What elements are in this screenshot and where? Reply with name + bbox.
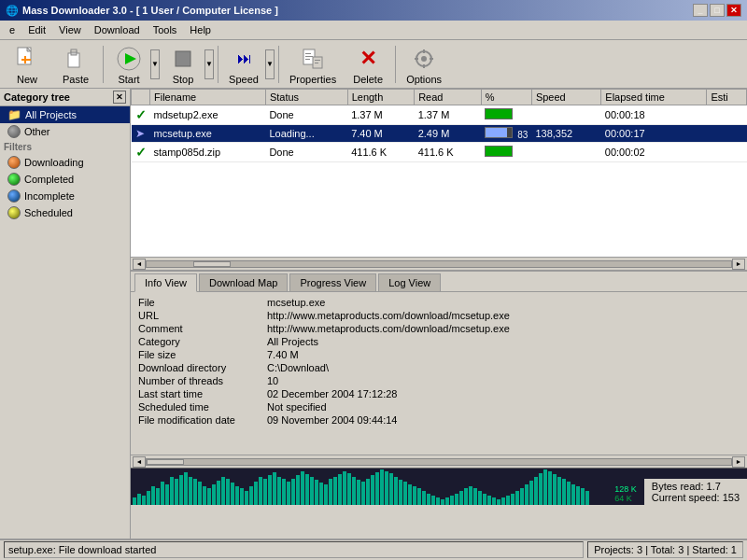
sidebar-close-button[interactable]: ✕ <box>113 91 126 104</box>
col-filename[interactable]: Filename <box>150 90 266 105</box>
bottom-scrollbar[interactable]: ◄ ► <box>131 455 747 468</box>
row1-speed <box>531 105 600 125</box>
sidebar-item-other[interactable]: Other <box>0 123 130 140</box>
globe-icon-completed <box>7 173 21 186</box>
start-dropdown[interactable]: ▼ <box>150 49 160 79</box>
scrollbar-track-bottom[interactable] <box>146 458 732 466</box>
col-percent[interactable]: % <box>481 90 531 105</box>
stop-dropdown[interactable]: ▼ <box>204 49 214 79</box>
col-status[interactable]: Status <box>265 90 347 105</box>
graph-bar <box>147 491 150 505</box>
list-scrollbar[interactable]: ◄ ► <box>131 257 747 270</box>
menu-file[interactable]: e <box>4 22 21 37</box>
graph-bar <box>567 482 571 505</box>
start-icon <box>114 44 144 74</box>
speed-button[interactable]: ⏭ Speed <box>222 41 265 88</box>
titlebar-title: Mass Downloader 3.0 - [ 1 User / Compute… <box>22 5 278 16</box>
graph-bar <box>431 496 435 505</box>
tab-info-view[interactable]: Info View <box>134 273 197 292</box>
scrollbar-right-arrow[interactable]: ► <box>732 259 745 270</box>
graph-bar <box>137 494 141 505</box>
menu-view[interactable]: View <box>53 22 87 37</box>
row3-status: Done <box>265 143 347 162</box>
separator-1 <box>103 46 104 83</box>
tab-log-view[interactable]: Log View <box>378 273 441 291</box>
row1-estimate <box>707 105 747 125</box>
col-read[interactable]: Read <box>415 90 482 105</box>
properties-label: Properties <box>289 74 336 85</box>
paste-button[interactable]: Paste <box>52 41 99 88</box>
titlebar-controls[interactable]: _ □ ✕ <box>693 4 741 17</box>
separator-2 <box>218 46 218 83</box>
graph-bar <box>282 479 286 505</box>
svg-rect-13 <box>305 59 310 60</box>
info-label-scheduled: Scheduled time <box>138 401 260 413</box>
graph-bar <box>207 488 211 505</box>
graph-bar <box>291 479 295 505</box>
graph-bar <box>571 484 575 505</box>
statusbar-message: setup.exe: File download started <box>4 541 584 558</box>
table-row[interactable]: ✓ stamp085d.zip Done 411.6 K 411.6 K 00:… <box>132 143 747 162</box>
sidebar-item-completed[interactable]: Completed <box>0 171 130 188</box>
close-button[interactable]: ✕ <box>726 4 741 17</box>
tab-download-map[interactable]: Download Map <box>199 273 288 291</box>
graph-bar <box>231 483 234 505</box>
sidebar-title: Category tree <box>4 91 70 103</box>
graph-bar <box>249 486 253 505</box>
graph-bar <box>520 488 524 505</box>
scrollbar-thumb-bottom[interactable] <box>147 459 184 465</box>
maximize-button[interactable]: □ <box>710 4 725 17</box>
col-length[interactable]: Length <box>347 90 415 105</box>
options-button[interactable]: Options <box>400 41 448 88</box>
minimize-button[interactable]: _ <box>693 4 708 17</box>
content-area: Filename Status Length Read % Speed Elap… <box>131 89 747 539</box>
graph-area: 128 K 64 K Bytes read: 1.7 Current speed… <box>131 468 747 505</box>
separator-3 <box>278 46 279 83</box>
row2-read: 2.49 M <box>415 125 482 143</box>
tab-progress-view[interactable]: Progress View <box>289 273 376 291</box>
file-list[interactable]: Filename Status Length Read % Speed Elap… <box>131 89 747 257</box>
sidebar-item-incomplete[interactable]: Incomplete <box>0 188 130 204</box>
graph-bar <box>347 473 351 505</box>
scrollbar-left-arrow[interactable]: ◄ <box>133 259 146 270</box>
scrollbar-track[interactable] <box>146 260 732 268</box>
row1-elapsed: 00:00:18 <box>601 105 707 125</box>
menu-edit[interactable]: Edit <box>22 22 51 37</box>
graph-bar <box>296 475 300 505</box>
col-elapsed[interactable]: Elapsed time <box>601 90 707 105</box>
col-speed[interactable]: Speed <box>531 90 600 105</box>
new-button[interactable]: New <box>4 41 50 88</box>
menu-download[interactable]: Download <box>89 22 146 37</box>
properties-button[interactable]: Properties <box>283 41 343 88</box>
bytes-read-row: Bytes read: 1.7 <box>652 481 740 492</box>
scrollbar-thumb[interactable] <box>193 261 231 267</box>
graph-bar <box>394 477 398 505</box>
delete-button[interactable]: ✕ Delete <box>345 41 391 88</box>
row3-estimate <box>707 143 747 162</box>
stop-button[interactable]: Stop <box>162 41 204 88</box>
sidebar-item-scheduled[interactable]: Scheduled <box>0 204 130 221</box>
menu-tools[interactable]: Tools <box>148 22 183 37</box>
table-row[interactable]: ➤ mcsetup.exe Loading... 7.40 M 2.49 M 8… <box>132 125 747 143</box>
graph-bar <box>343 471 346 505</box>
scrollbar-right-arrow-bottom[interactable]: ► <box>732 456 745 468</box>
info-value-directory: C:\Download\ <box>267 362 329 373</box>
sidebar-item-downloading[interactable]: Downloading <box>0 154 130 171</box>
col-estimate[interactable]: Esti <box>707 90 747 105</box>
graph-bar <box>175 479 178 505</box>
main-layout: Category tree ✕ 📁 All Projects Other Fil… <box>0 89 747 539</box>
menu-help[interactable]: Help <box>184 22 217 37</box>
row2-elapsed: 00:00:17 <box>601 125 707 143</box>
graph-bar <box>422 491 426 505</box>
graph-bar <box>310 477 314 505</box>
statusbar-left-text: setup.exe: File download started <box>8 544 156 555</box>
graph-bar <box>156 488 160 505</box>
start-button[interactable]: Start <box>107 41 150 88</box>
scrollbar-left-arrow-bottom[interactable]: ◄ <box>133 456 146 468</box>
sidebar-item-all-projects[interactable]: 📁 All Projects <box>0 106 130 123</box>
speed-dropdown[interactable]: ▼ <box>265 49 275 79</box>
row1-percent <box>481 105 531 125</box>
table-row[interactable]: ✓ mdsetup2.exe Done 1.37 M 1.37 M 00:00:… <box>132 105 747 125</box>
info-label-directory: Download directory <box>138 362 260 373</box>
graph-bar <box>375 472 379 505</box>
